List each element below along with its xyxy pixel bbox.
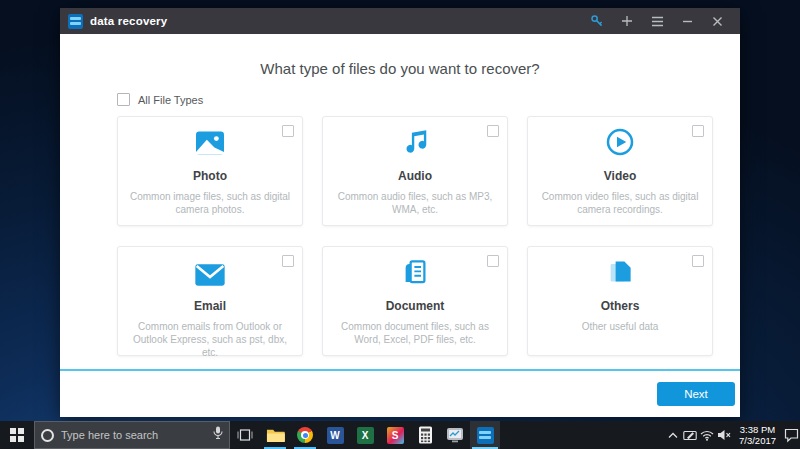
- menu-icon[interactable]: [642, 8, 672, 34]
- clock-date: 7/3/2017: [739, 435, 776, 446]
- video-icon: [605, 127, 635, 161]
- photo-icon: [193, 129, 227, 161]
- card-email[interactable]: Email Common emails from Outlook or Outl…: [117, 246, 303, 356]
- window-title: data recovery: [90, 15, 167, 27]
- audio-checkbox[interactable]: [487, 125, 499, 137]
- chrome-icon: [297, 427, 313, 443]
- next-button[interactable]: Next: [657, 382, 735, 406]
- window-content: What type of files do you want to recove…: [60, 34, 740, 369]
- taskbar-item-data-recovery[interactable]: [470, 421, 500, 449]
- taskbar: W X S: [0, 421, 800, 449]
- email-icon: [194, 263, 226, 291]
- card-audio[interactable]: Audio Common audio files, such as MP3, W…: [322, 116, 508, 226]
- card-title: Others: [528, 299, 712, 313]
- slack-icon: S: [387, 427, 404, 444]
- data-recovery-window: data recovery What type: [60, 8, 740, 417]
- app-logo-icon: [68, 14, 83, 29]
- taskbar-item-slack[interactable]: S: [380, 421, 410, 449]
- taskbar-item-chrome[interactable]: [290, 421, 320, 449]
- pen-input-icon: [683, 430, 697, 441]
- window-footer: Next: [60, 369, 740, 417]
- all-file-types-checkbox[interactable]: [117, 93, 130, 106]
- taskbar-clock[interactable]: 3:38 PM 7/3/2017: [732, 421, 783, 449]
- card-description: Common document files, such as Word, Exc…: [330, 320, 500, 346]
- card-title: Video: [528, 169, 712, 183]
- card-description: Other useful data: [535, 320, 705, 333]
- card-description: Common video files, such as digital came…: [535, 190, 705, 216]
- taskbar-item-calculator[interactable]: [410, 421, 440, 449]
- microphone-icon[interactable]: [213, 426, 223, 444]
- add-icon[interactable]: [612, 8, 642, 34]
- taskbar-search[interactable]: [34, 421, 230, 449]
- photo-checkbox[interactable]: [282, 125, 294, 137]
- desktop-background: data recovery What type: [0, 0, 800, 449]
- tray-wifi[interactable]: [698, 421, 715, 449]
- card-video[interactable]: Video Common video files, such as digita…: [527, 116, 713, 226]
- others-checkbox[interactable]: [692, 255, 704, 267]
- others-icon: [605, 257, 635, 291]
- all-file-types-label: All File Types: [138, 94, 203, 106]
- document-checkbox[interactable]: [487, 255, 499, 267]
- system-tray: 3:38 PM 7/3/2017: [664, 421, 800, 449]
- card-description: Common audio files, such as MP3, WMA, et…: [330, 190, 500, 216]
- card-title: Audio: [323, 169, 507, 183]
- minimize-icon[interactable]: [672, 8, 702, 34]
- hidden-icons-chevron[interactable]: [664, 421, 681, 449]
- word-icon: W: [327, 427, 344, 444]
- wifi-icon: [700, 430, 714, 441]
- taskbar-item-system-monitor[interactable]: [440, 421, 470, 449]
- page-title: What type of files do you want to recove…: [60, 34, 740, 77]
- email-checkbox[interactable]: [282, 255, 294, 267]
- card-document[interactable]: Document Common document files, such as …: [322, 246, 508, 356]
- window-titlebar: data recovery: [60, 8, 740, 34]
- action-center-icon: [784, 428, 799, 442]
- tray-pen-input[interactable]: [681, 421, 698, 449]
- card-title: Document: [323, 299, 507, 313]
- card-others[interactable]: Others Other useful data: [527, 246, 713, 356]
- key-icon[interactable]: [582, 8, 612, 34]
- task-view-button[interactable]: [230, 421, 260, 449]
- taskbar-item-excel[interactable]: X: [350, 421, 380, 449]
- video-checkbox[interactable]: [692, 125, 704, 137]
- clock-time: 3:38 PM: [740, 424, 775, 435]
- file-type-grid: Photo Common image files, such as digita…: [117, 116, 713, 356]
- file-explorer-icon: [266, 427, 285, 443]
- excel-icon: X: [357, 427, 374, 444]
- card-description: Common emails from Outlook or Outlook Ex…: [125, 320, 295, 359]
- taskbar-item-file-explorer[interactable]: [260, 421, 290, 449]
- audio-icon: [400, 127, 430, 161]
- task-view-icon: [237, 428, 253, 442]
- data-recovery-icon: [477, 427, 494, 444]
- start-button[interactable]: [0, 421, 34, 449]
- card-photo[interactable]: Photo Common image files, such as digita…: [117, 116, 303, 226]
- card-title: Email: [118, 299, 302, 313]
- close-icon[interactable]: [702, 8, 732, 34]
- system-monitor-icon: [446, 427, 464, 443]
- search-input[interactable]: [61, 429, 206, 441]
- calculator-icon: [418, 426, 433, 444]
- document-icon: [400, 257, 430, 291]
- card-description: Common image files, such as digital came…: [125, 190, 295, 216]
- windows-logo-icon: [10, 428, 24, 442]
- cortana-icon: [41, 429, 54, 442]
- tray-volume[interactable]: [715, 421, 732, 449]
- chevron-up-icon: [668, 432, 678, 439]
- card-title: Photo: [118, 169, 302, 183]
- action-center-button[interactable]: [783, 421, 800, 449]
- taskbar-item-word[interactable]: W: [320, 421, 350, 449]
- volume-muted-icon: [717, 429, 731, 441]
